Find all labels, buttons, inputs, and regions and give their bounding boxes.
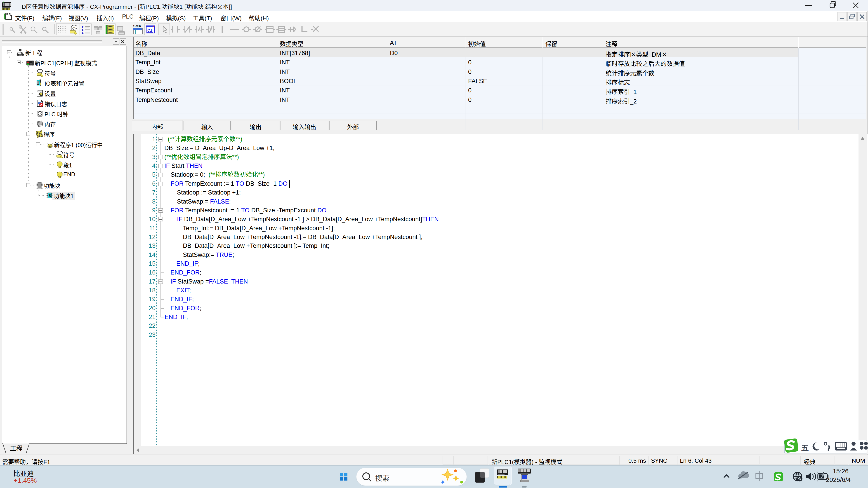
svg-text:S: S: [49, 194, 51, 198]
svg-text:工程: 工程: [10, 445, 23, 452]
